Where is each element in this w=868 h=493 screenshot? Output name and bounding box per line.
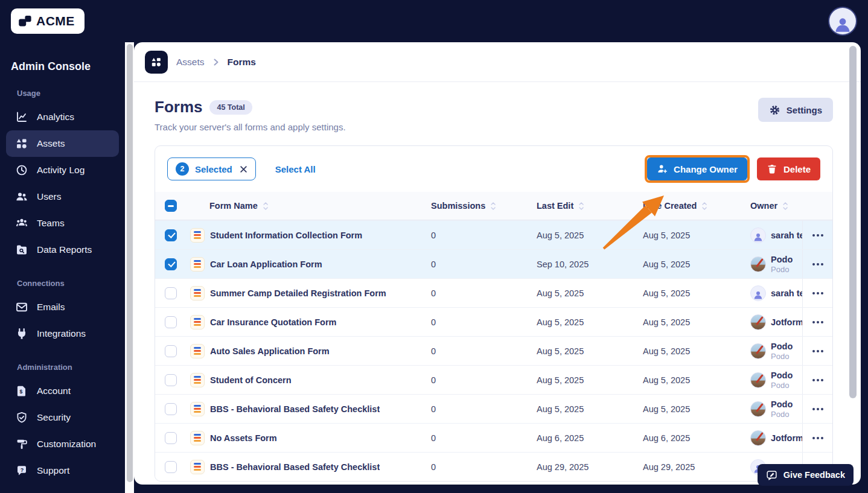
row-actions-menu[interactable] — [802, 308, 832, 336]
activity-log-icon — [16, 164, 28, 176]
form-icon — [190, 373, 205, 387]
forms-table: 2 Selected Select All Change Owner Delet… — [155, 145, 833, 482]
row-actions-menu[interactable] — [802, 279, 832, 307]
emails-icon — [16, 301, 28, 313]
give-feedback-button[interactable]: Give Feedback — [758, 464, 854, 486]
table-row[interactable]: Car Loan Application Form0Sep 10, 2025Au… — [155, 249, 832, 278]
sort-icon[interactable] — [490, 201, 497, 211]
date-created-cell: Aug 29, 2025 — [640, 462, 748, 472]
row-actions-menu[interactable] — [802, 221, 832, 249]
last-edit-cell: Aug 5, 2025 — [534, 288, 640, 298]
sidebar-item-label: Data Reports — [37, 244, 92, 255]
row-checkbox[interactable] — [165, 374, 177, 386]
acme-logo-icon — [18, 14, 33, 28]
user-avatar[interactable] — [829, 8, 856, 34]
owner-cell: PodoPodo — [748, 399, 802, 419]
svg-text:$: $ — [20, 389, 23, 395]
close-icon[interactable] — [240, 165, 247, 173]
last-edit-cell: Aug 5, 2025 — [534, 346, 640, 356]
acme-logo[interactable]: ACME — [11, 8, 85, 34]
row-checkbox[interactable] — [165, 345, 177, 357]
table-row[interactable]: BBS - Behavioral Based Safety Checklist0… — [155, 452, 832, 481]
row-checkbox[interactable] — [165, 461, 177, 473]
table-row[interactable]: Car Insurance Quotation Form0Aug 5, 2025… — [155, 307, 832, 336]
row-checkbox[interactable] — [165, 258, 177, 270]
sidebar-title: Admin Console — [11, 60, 114, 73]
form-icon — [190, 286, 205, 301]
sidebar-item-integrations[interactable]: Integrations — [6, 320, 119, 347]
sidebar-scrollbar[interactable] — [125, 42, 134, 493]
owner-photo-avatar — [750, 256, 766, 272]
total-badge: 45 Total — [209, 100, 252, 115]
row-checkbox[interactable] — [165, 229, 177, 241]
sidebar-item-assets[interactable]: Assets — [6, 130, 119, 157]
chevron-right-icon — [213, 58, 219, 66]
row-actions-menu[interactable] — [802, 366, 832, 394]
sidebar-item-label: Analytics — [37, 112, 74, 122]
sidebar-item-account[interactable]: $Account — [6, 378, 119, 404]
data-reports-icon — [16, 244, 28, 256]
row-checkbox[interactable] — [165, 403, 177, 415]
row-checkbox[interactable] — [165, 287, 177, 299]
submissions-cell: 0 — [429, 462, 534, 472]
column-submissions: Submissions — [431, 201, 485, 211]
settings-button[interactable]: Settings — [758, 98, 833, 122]
row-actions-menu[interactable] — [802, 395, 832, 423]
table-row[interactable]: No Assets Form0Aug 6, 2025Aug 6, 2025Jot… — [155, 423, 832, 452]
content-scrollbar[interactable] — [849, 46, 857, 480]
person-plus-icon — [657, 164, 668, 174]
sidebar-item-label: Assets — [37, 138, 65, 149]
owner-cell: sarah te — [748, 285, 802, 301]
trash-icon — [767, 164, 777, 174]
select-all-link[interactable]: Select All — [275, 164, 316, 174]
sort-icon[interactable] — [578, 201, 585, 211]
sort-icon[interactable] — [782, 201, 789, 211]
row-actions-menu[interactable] — [802, 337, 832, 365]
table-row[interactable]: Student Information Collection Form0Aug … — [155, 220, 832, 249]
selection-toolbar: 2 Selected Select All Change Owner Delet… — [155, 146, 832, 192]
selected-chip[interactable]: 2 Selected — [167, 157, 256, 180]
sort-icon[interactable] — [701, 201, 708, 211]
row-checkbox[interactable] — [165, 432, 177, 444]
support-icon: ? — [16, 465, 28, 477]
sidebar-item-activity-log[interactable]: Activity Log — [6, 157, 119, 183]
owner-photo-avatar — [750, 401, 766, 417]
breadcrumb: Assets Forms — [134, 42, 861, 82]
sort-icon[interactable] — [263, 201, 269, 211]
acme-logo-text: ACME — [36, 14, 75, 28]
delete-button[interactable]: Delete — [757, 157, 820, 180]
change-owner-button[interactable]: Change Owner — [647, 157, 747, 180]
sidebar-item-customization[interactable]: Customization — [6, 431, 119, 457]
selected-count: 2 — [176, 162, 189, 176]
breadcrumb-assets-link[interactable]: Assets — [176, 57, 205, 68]
sidebar-item-users[interactable]: Users — [6, 183, 119, 210]
feedback-icon — [766, 469, 777, 481]
row-actions-menu[interactable] — [802, 250, 832, 278]
date-created-cell: Aug 5, 2025 — [640, 259, 748, 269]
table-row[interactable]: BBS - Behavioral Based Safety Checklist0… — [155, 394, 832, 423]
table-row[interactable]: Student of Concern0Aug 5, 2025Aug 5, 202… — [155, 365, 832, 394]
submissions-cell: 0 — [429, 288, 534, 298]
sidebar-item-security[interactable]: Security — [6, 404, 119, 431]
assets-icon — [16, 138, 28, 150]
sidebar-item-teams[interactable]: Teams — [6, 210, 119, 237]
sidebar-item-emails[interactable]: Emails — [6, 294, 119, 320]
form-icon — [190, 228, 205, 243]
row-actions-menu[interactable] — [802, 424, 832, 452]
gear-icon — [769, 104, 780, 116]
sidebar-item-data-reports[interactable]: Data Reports — [6, 237, 119, 263]
sidebar-item-support[interactable]: ?Support — [6, 457, 119, 484]
select-all-checkbox[interactable] — [165, 200, 177, 212]
sidebar-item-label: Emails — [37, 302, 65, 313]
form-name: Auto Sales Application Form — [210, 346, 330, 356]
sidebar-item-analytics[interactable]: Analytics — [6, 104, 119, 130]
table-row[interactable]: Summer Camp Detailed Registration Form0A… — [155, 278, 832, 307]
sidebar-scrollbar-thumb[interactable] — [127, 44, 133, 482]
content-scrollbar-thumb[interactable] — [849, 46, 857, 398]
owner-photo-avatar — [750, 430, 766, 446]
table-row[interactable]: Auto Sales Application Form0Aug 5, 2025A… — [155, 336, 832, 365]
last-edit-cell: Aug 5, 2025 — [534, 231, 640, 240]
column-last-edit: Last Edit — [537, 201, 573, 211]
owner-cell: PodoPodo — [748, 371, 802, 390]
row-checkbox[interactable] — [165, 316, 177, 328]
